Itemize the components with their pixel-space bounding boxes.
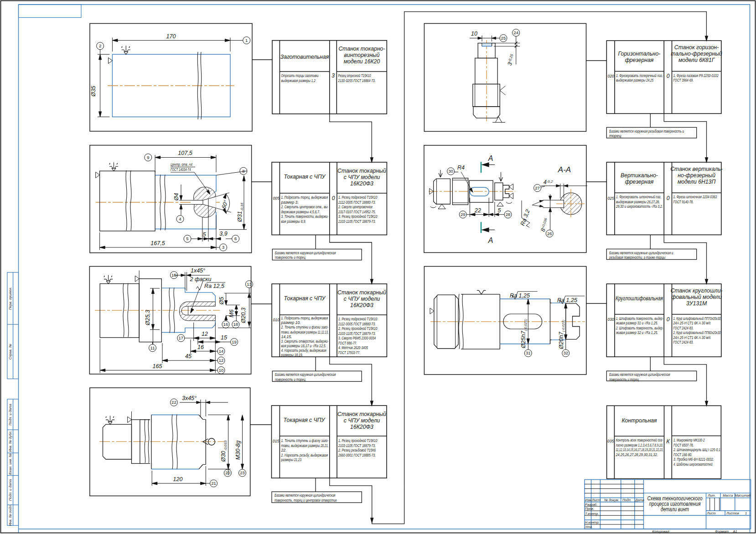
svg-text:3,9: 3,9 <box>219 231 227 237</box>
svg-text:ГОСТ 14034-74: ГОСТ 14034-74 <box>171 167 191 172</box>
svg-text:но-фрезерный: но-фрезерный <box>678 172 715 179</box>
svg-text:Листов: Листов <box>726 511 739 515</box>
svg-text:2103-1105 ГОСТ 18879-73.: 2103-1105 ГОСТ 18879-73. <box>338 331 376 336</box>
svg-text:К: К <box>666 438 670 445</box>
svg-text:4. Нарезать резьбу, выдерживая: 4. Нарезать резьбу, выдерживая <box>281 348 327 353</box>
svg-text:Утв.: Утв. <box>585 525 593 529</box>
svg-text:11,12,13,14,15,16,17,18,19,20,: 11,12,13,14,15,16,17,18,19,20,21,22,23, <box>616 447 663 452</box>
svg-text:Масштаб: Масштаб <box>735 493 751 498</box>
svg-text:29: 29 <box>461 212 466 217</box>
svg-text:005: 005 <box>273 196 280 200</box>
svg-text:1х45°: 1х45° <box>191 267 205 274</box>
svg-text:5: 5 <box>203 231 206 238</box>
svg-text:тально-фрезерный: тально-фрезерный <box>671 51 722 57</box>
svg-text:45: 45 <box>185 353 192 359</box>
svg-text:Взам. инв. №: Взам. инв. № <box>8 453 12 475</box>
svg-text:живая размер 31 и √Ra 1,25.: живая размер 31 и √Ra 1,25. <box>616 321 658 325</box>
svg-text:товки, выдерживая размеры 11,1: товки, выдерживая размеры 11,12,13, <box>281 330 329 334</box>
svg-text:размеры 21,23: размеры 21,23 <box>281 457 301 462</box>
svg-text:А1: А1 <box>732 529 737 534</box>
svg-text:010: 010 <box>273 318 280 322</box>
svg-text:Формат: Формат <box>715 529 729 534</box>
svg-text:размер 3.: размер 3. <box>281 200 299 205</box>
svg-text:Токарная с ЧПУ: Токарная с ЧПУ <box>284 295 326 302</box>
svg-text:размер 10.: размер 10. <box>281 320 301 325</box>
svg-text:Инв. № подл.: Инв. № подл. <box>8 504 12 526</box>
svg-text:11: 11 <box>150 345 155 350</box>
svg-text:2. Резец резьбовой Т15К6: 2. Резец резьбовой Т15К6 <box>338 448 376 452</box>
svg-text:ГОСТ 166-80.: ГОСТ 166-80. <box>673 452 692 457</box>
svg-text:М30-8g: М30-8g <box>235 441 241 460</box>
svg-text:выдерживая размеры 1,2: выдерживая размеры 1,2 <box>281 78 316 83</box>
svg-text:15: 15 <box>171 272 176 277</box>
svg-text:фрезерная: фрезерная <box>625 179 654 185</box>
svg-text:1. Точить ступень и фаску заго: 1. Точить ступень и фаску заго- <box>281 438 329 443</box>
svg-text:1. Резец подрезной Т15К10: 1. Резец подрезной Т15К10 <box>338 195 378 200</box>
svg-text:120: 120 <box>173 476 183 483</box>
svg-text:2317-0107 ГОСТ 14952-75.: 2317-0107 ГОСТ 14952-75. <box>338 210 376 214</box>
svg-text:6: 6 <box>234 236 237 241</box>
svg-text:0: 0 <box>667 195 670 201</box>
svg-text:1. Фреза шпоночная 2234-0363: 1. Фреза шпоночная 2234-0363 <box>673 195 717 199</box>
svg-text:Заготовительная: Заготовительная <box>280 54 329 60</box>
svg-text:18: 18 <box>233 322 238 327</box>
svg-text:детали винт: детали винт <box>661 506 689 513</box>
svg-text:Ra 12,5: Ra 12,5 <box>204 283 224 289</box>
svg-text:А-А: А-А <box>558 165 571 174</box>
svg-text:2: 2 <box>99 43 101 48</box>
svg-text:2112-0005 ГОСТ 18880-73.: 2112-0005 ГОСТ 18880-73. <box>338 200 376 205</box>
svg-text:Дата: Дата <box>635 498 644 502</box>
svg-text:Лист: Лист <box>591 498 601 502</box>
svg-text:22.: 22. <box>281 448 287 452</box>
svg-text:фрезерная: фрезерная <box>625 57 654 63</box>
svg-text:1. Подрезать торец, выдерживая: 1. Подрезать торец, выдерживая <box>281 195 328 200</box>
svg-text:26: 26 <box>547 231 552 236</box>
svg-text:10: 10 <box>471 31 477 37</box>
svg-text:1. Фрезеровать шпоночный паз,: 1. Фрезеровать шпоночный паз, <box>616 195 661 199</box>
svg-text:№ докум.: № докум. <box>604 498 619 502</box>
svg-text:2. Шлифовать поверхность, выде: 2. Шлифовать поверхность, выдер- <box>616 326 663 330</box>
svg-text:16: 16 <box>223 322 228 327</box>
svg-text:Станок горизон-: Станок горизон- <box>674 44 719 51</box>
svg-text:4. Метчик 2620-3405: 4. Метчик 2620-3405 <box>338 345 368 350</box>
svg-text:5: 5 <box>498 207 501 214</box>
svg-text:модели 6К81Г: модели 6К81Г <box>678 57 715 63</box>
svg-text:29,30 и шероховатость √Ra 3,2.: 29,30 и шероховатость √Ra 3,2. <box>616 204 663 209</box>
svg-text:Станок токарный: Станок токарный <box>337 289 386 296</box>
svg-text:1. Микрометр МК100-2: 1. Микрометр МК100-2 <box>673 438 705 442</box>
svg-text:Станок вертикаль-: Станок вертикаль- <box>670 166 723 172</box>
svg-text:32: 32 <box>563 350 568 355</box>
svg-text:поверхность и торец: поверхность и торец <box>609 377 639 382</box>
svg-text:2. Сверло центровочное: 2. Сверло центровочное <box>338 205 373 209</box>
svg-text:ласно размерам 1,2,3,4,5,6,7,8: ласно размерам 1,2,3,4,5,6,7,8,9,10, <box>616 443 663 447</box>
svg-text:5: 5 <box>186 236 188 241</box>
svg-text:Т.контр.: Т.контр. <box>585 512 599 516</box>
svg-text:ГОСТ 3964-69.: ГОСТ 3964-69. <box>673 78 694 82</box>
svg-text:Справ. №: Справ. № <box>8 344 12 360</box>
svg-text:поверхность, торец и центровое: поверхность, торец и центровое отверстие <box>274 498 337 503</box>
svg-text:16К20Ф3: 16К20Ф3 <box>350 302 373 308</box>
svg-text:2112-0005 ГОСТ 18880-73.: 2112-0005 ГОСТ 18880-73. <box>338 322 376 326</box>
svg-text:торец: торец <box>609 134 621 138</box>
svg-text:Станок токарный: Станок токарный <box>337 168 386 174</box>
svg-text:выдерживая размеры 24,25: выдерживая размеры 24,25 <box>616 78 653 82</box>
svg-text:2103-1105 ГОСТ 18879-73.: 2103-1105 ГОСТ 18879-73. <box>338 443 376 448</box>
svg-text:28: 28 <box>506 212 511 217</box>
svg-text:22: 22 <box>474 207 481 214</box>
svg-text:25: 25 <box>501 36 506 41</box>
svg-text:А: А <box>488 154 493 162</box>
svg-text:107,5: 107,5 <box>178 150 192 156</box>
svg-text:Лист: Лист <box>706 511 715 515</box>
svg-text:Круглошлифовальная: Круглошлифовальная <box>616 295 663 302</box>
svg-text:1. Круг шлифовальный ПП70х35х3: 1. Круг шлифовальный ПП70х35х30 <box>673 316 721 321</box>
svg-text:Станок токарный: Станок токарный <box>337 411 386 417</box>
svg-text:16К20Ф3: 16К20Ф3 <box>350 424 373 430</box>
svg-text:19: 19 <box>232 339 237 344</box>
svg-text:Разраб.: Разраб. <box>585 503 597 507</box>
svg-text:Пров.: Пров. <box>585 507 594 511</box>
svg-text:выдерживая размеры 26,27,28,: выдерживая размеры 26,27,28, <box>616 200 660 204</box>
svg-text:Токарная с ЧПУ: Токарная с ЧПУ <box>284 174 326 180</box>
svg-text:30: 30 <box>448 169 453 174</box>
svg-text:Станок токарно-: Станок токарно- <box>339 46 385 52</box>
svg-text:1. Подрезать торец, выдерживая: 1. Подрезать торец, выдерживая <box>281 316 328 320</box>
